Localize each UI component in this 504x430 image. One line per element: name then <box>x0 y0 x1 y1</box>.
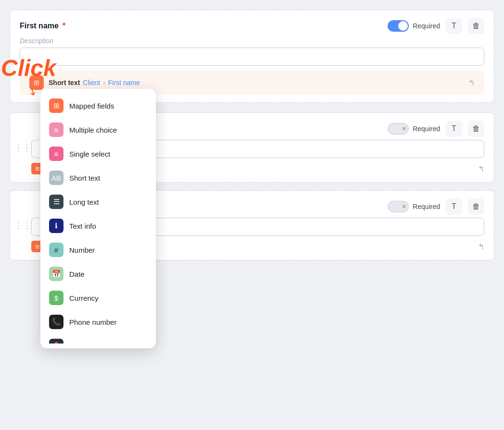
dropdown-scroll[interactable]: ⊞Mapped fields≡Multiple choice≡Single se… <box>40 94 156 344</box>
dropdown-item-text-info[interactable]: ℹText info <box>40 214 156 238</box>
dropdown-icon-currency: $ <box>49 291 63 305</box>
dropdown-label-phone-number: Phone number <box>69 318 116 326</box>
delete-button-first-name[interactable]: 🗑 <box>468 18 484 34</box>
mapped-client-first-name[interactable]: Client <box>83 79 100 86</box>
field-description-first-name: Description <box>20 37 484 45</box>
dropdown-icon-phone-number: 📞 <box>49 315 63 329</box>
required-toggle-first-name[interactable] <box>388 20 409 32</box>
dropdown-item-phone-number[interactable]: 📞Phone number <box>40 310 156 334</box>
dropdown-icon-short-text: AB <box>49 171 63 185</box>
toggle-x-icon-2: ✕ <box>402 125 406 132</box>
delete-button-2[interactable]: 🗑 <box>468 121 484 137</box>
dropdown-item-short-text[interactable]: ABShort text <box>40 166 156 190</box>
dropdown-icon-long-text: ☰ <box>49 195 63 209</box>
field-title-first-name: First name <box>20 22 59 30</box>
drag-handle-2[interactable]: ⋮⋮ <box>14 142 31 153</box>
dropdown-icon-number: # <box>49 243 63 257</box>
text-format-button-first-name[interactable]: T <box>446 18 462 34</box>
dropdown-label-currency: Currency <box>69 294 99 302</box>
first-name-input[interactable] <box>20 48 484 66</box>
delete-button-3[interactable]: 🗑 <box>468 198 484 215</box>
text-format-button-3[interactable]: T <box>446 198 462 215</box>
dropdown-item-address[interactable]: 📍Address <box>40 334 156 344</box>
dropdown-icon-mapped-fields: ⊞ <box>49 98 63 113</box>
mapped-sep-first-name: › <box>103 79 105 86</box>
mapped-breadcrumb-first-name: Short text Client › First name <box>49 79 464 86</box>
text-format-button-2[interactable]: T <box>446 121 462 137</box>
dropdown-icon-text-info: ℹ <box>49 219 63 233</box>
dropdown-label-multiple-choice: Multiple choice <box>69 126 117 134</box>
dropdown-label-text-info: Text info <box>69 222 96 230</box>
dropdown-item-long-text[interactable]: ☰Long text <box>40 190 156 214</box>
dropdown-icon-address: 📍 <box>49 339 63 344</box>
dropdown-item-multiple-choice[interactable]: ≡Multiple choice <box>40 118 156 142</box>
required-label: Required <box>413 22 440 30</box>
field-type-dropdown: ⊞Mapped fields≡Multiple choice≡Single se… <box>40 89 156 348</box>
dropdown-item-single-select[interactable]: ≡Single select <box>40 142 156 166</box>
click-label: Click <box>1 57 56 80</box>
required-toggle-3[interactable]: ✕ <box>388 201 409 212</box>
required-toggle-container-2: ✕ Required <box>388 123 440 135</box>
dropdown-label-single-select: Single select <box>69 150 110 158</box>
dropdown-item-number[interactable]: #Number <box>40 238 156 262</box>
required-toggle-container-3: ✕ Required <box>388 201 440 212</box>
drag-handle-3[interactable]: ⋮⋮ <box>14 220 31 231</box>
dropdown-icon-date: 📅 <box>49 267 63 281</box>
mapped-field-first-name[interactable]: First name <box>108 79 140 86</box>
toggle-x-icon-3: ✕ <box>402 203 406 210</box>
mapped-link-icon-2[interactable]: ↰ <box>478 164 484 173</box>
mapped-link-icon-3[interactable]: ↰ <box>478 242 484 251</box>
required-toggle-2[interactable]: ✕ <box>388 123 409 135</box>
dropdown-label-short-text: Short text <box>69 174 100 182</box>
dropdown-item-date[interactable]: 📅Date <box>40 262 156 286</box>
required-star-first-name: * <box>63 22 65 30</box>
dropdown-icon-multiple-choice: ≡ <box>49 123 63 137</box>
dropdown-label-long-text: Long text <box>69 198 99 206</box>
dropdown-label-mapped-fields: Mapped fields <box>69 102 114 110</box>
required-label-2: Required <box>413 125 440 133</box>
dropdown-label-date: Date <box>69 270 85 278</box>
required-toggle-container: Required <box>388 20 440 32</box>
dropdown-label-number: Number <box>69 246 95 254</box>
dropdown-item-currency[interactable]: $Currency <box>40 286 156 310</box>
dropdown-item-mapped-fields[interactable]: ⊞Mapped fields <box>40 94 156 118</box>
dropdown-label-address: Address <box>69 342 96 344</box>
mapped-link-icon-first-name[interactable]: ↰ <box>468 78 475 87</box>
dropdown-icon-single-select: ≡ <box>49 147 63 161</box>
required-label-3: Required <box>413 203 440 210</box>
